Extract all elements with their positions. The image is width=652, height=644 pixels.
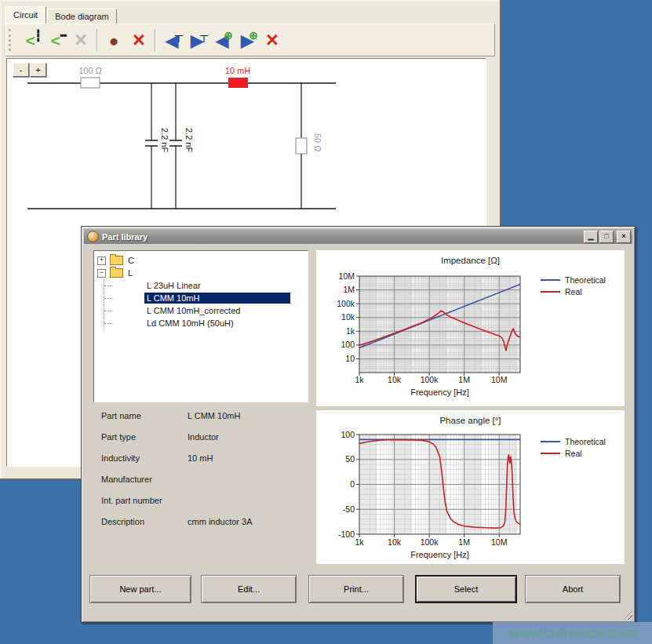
edit-button[interactable]: Edit... [201, 575, 297, 603]
part-tree: +C−LL 23uH LinearL CMM 10mHL CMM 10mH_co… [93, 250, 308, 402]
watermark: www.cntronics.com [493, 622, 652, 644]
delete-part-icon[interactable]: × [126, 27, 151, 53]
abort-button[interactable]: Abort [525, 575, 621, 603]
detail-row: Inductivity10 mH [101, 453, 313, 475]
wire-move-left-icon[interactable]: <╍ [43, 27, 68, 53]
y-tick-label: 10k [341, 312, 355, 322]
wire-move-left-icon-overlay: ╍ [60, 30, 67, 41]
tree-folder-label: L [128, 268, 133, 278]
load-resistor-label: 50 Ω [313, 133, 322, 152]
legend-label: Real [565, 449, 582, 458]
x-tick-label: 100k [421, 537, 439, 547]
delete-wire-disabled-icon: × [68, 27, 93, 53]
legend-label: Real [565, 287, 582, 297]
detail-label: Inductivity [101, 453, 188, 475]
detail-label: Int. part number [101, 496, 188, 517]
tree-expand-toggle[interactable]: + [97, 257, 106, 265]
part-library-dialog: Part library ▁□× +C−LL 23uH LinearL CMM … [81, 226, 636, 623]
dialog-title: Part library [102, 232, 582, 242]
tab-bode-diagram[interactable]: Bode diagram [47, 9, 117, 24]
y-tick-label: 1M [343, 285, 355, 294]
phase-chart-panel: 100500-50-1001k10k100k1M10MPhase angle [… [316, 410, 625, 564]
detail-value: 10 mH [188, 453, 313, 475]
x-tick-label: 10k [388, 375, 402, 384]
x-tick-label: 10M [491, 375, 507, 384]
legend-label: Theoretical [565, 437, 606, 446]
tree-item[interactable]: L CMM 10mH [94, 292, 308, 304]
load-resistor[interactable] [296, 138, 307, 154]
series-resistor[interactable] [81, 78, 100, 88]
new-part-button[interactable]: New part... [89, 575, 191, 603]
delete-part-icon: × [133, 30, 145, 51]
print-button[interactable]: Print... [308, 575, 404, 603]
tree-item-label: L CMM 10mH_corrected [144, 305, 242, 316]
toolbar-separator [155, 29, 156, 51]
y-tick-label: 100 [341, 430, 355, 439]
delete-probe-icon[interactable]: × [260, 27, 285, 53]
impedance-chart-panel: 10M1M100k10k1k100101k10k100k1M10MImpedan… [316, 250, 625, 406]
tree-item[interactable]: L 23uH Linear [94, 279, 308, 292]
detail-label: Part name [101, 411, 188, 432]
tab-circuit[interactable]: Circuit [5, 6, 46, 24]
chart-title: Impedance [Ω] [441, 256, 500, 265]
detail-value [188, 475, 313, 496]
wire-insert-left-icon[interactable]: <┇ [18, 27, 43, 53]
x-tick-label: 100k [421, 375, 439, 384]
wire-insert-left-icon-overlay: ┇ [35, 30, 42, 41]
folder-icon [110, 256, 123, 265]
y-tick-label: 100k [337, 299, 355, 308]
tree-item-label: L CMM 10mH [144, 293, 290, 304]
inductor-selected[interactable] [228, 78, 248, 88]
delete-wire-disabled-icon: × [75, 30, 87, 51]
add-probe-left-icon[interactable]: ◀⊕ [209, 27, 235, 53]
x-tick-label: 1M [458, 375, 470, 384]
detail-value: L CMM 10mH [188, 411, 313, 432]
detail-value: Inductor [188, 432, 313, 453]
wire-insert-left-icon: < [26, 32, 35, 49]
maximize-button[interactable]: □ [599, 231, 614, 243]
legend-label: Theoretical [565, 275, 606, 285]
series-resistor-label: 100 Ω [78, 66, 102, 75]
y-tick-label: 10 [345, 354, 355, 363]
probe-right-icon[interactable]: ▶┬ [184, 27, 209, 53]
impedance-chart: 10M1M100k10k1k100101k10k100k1M10MImpedan… [316, 250, 625, 406]
add-probe-right-icon-overlay: ⊕ [249, 30, 258, 41]
y-tick-label: 50 [345, 454, 355, 464]
toolbar: <┇<╍×●×◀┬▶┬◀⊕▶⊕× [5, 24, 495, 56]
detail-value [188, 496, 313, 517]
x-tick-label: 1k [355, 375, 364, 384]
y-tick-label: 0 [350, 479, 355, 489]
y-tick-label: -100 [338, 529, 355, 539]
bead-part-icon[interactable]: ● [101, 27, 126, 53]
phase-chart: 100500-50-1001k10k100k1M10MPhase angle [… [316, 410, 625, 564]
tree-expand-toggle[interactable]: − [97, 269, 106, 278]
add-probe-right-icon[interactable]: ▶⊕ [235, 27, 260, 53]
toolbar-separator [97, 29, 98, 51]
detail-row: Part nameL CMM 10mH [101, 411, 313, 432]
tree-item[interactable]: L CMM 10mH_corrected [94, 304, 308, 317]
y-tick-label: 10M [339, 271, 355, 281]
detail-label: Part type [101, 432, 188, 453]
detail-value: cmm inductor 3A [188, 517, 313, 538]
tree-folder-l[interactable]: −L [94, 267, 308, 279]
desktop: Circuit Bode diagram <┇<╍×●×◀┬▶┬◀⊕▶⊕× - … [0, 0, 652, 644]
x-axis-label: Frequency [Hz] [410, 550, 469, 559]
detail-label: Description [101, 517, 188, 538]
inductor-label: 10 mH [225, 66, 250, 75]
tree-item[interactable]: Ld CMM 10mH (50uH) [94, 317, 308, 329]
probe-left-icon[interactable]: ◀┬ [159, 27, 184, 53]
cap1-label: 2.2 nF [160, 128, 169, 152]
tree-folder-c[interactable]: +C [94, 254, 308, 267]
close-button[interactable]: × [617, 231, 631, 243]
dialog-titlebar[interactable]: Part library ▁□× [84, 229, 632, 244]
select-button[interactable]: Select [415, 575, 517, 603]
x-tick-label: 1M [458, 537, 470, 547]
resize-grip[interactable] [622, 609, 632, 620]
tab-bar: Circuit Bode diagram [5, 4, 118, 24]
detail-row: Part typeInductor [101, 432, 313, 453]
delete-probe-icon: × [266, 30, 279, 51]
chart-title: Phase angle [°] [439, 416, 501, 425]
tree-item-label: Ld CMM 10mH (50uH) [144, 318, 236, 329]
toolbar-grip[interactable] [9, 29, 13, 51]
minimize-button[interactable]: ▁ [584, 231, 598, 243]
